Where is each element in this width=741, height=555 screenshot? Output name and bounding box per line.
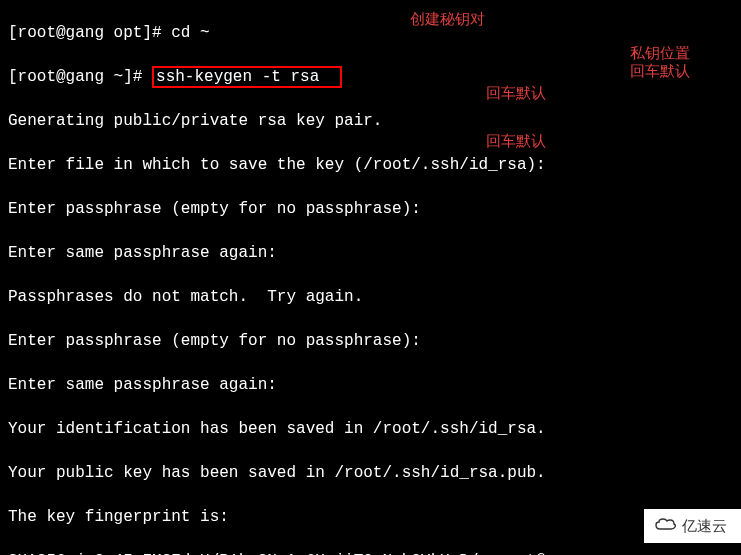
shell-prompt: [root@gang ~]# bbox=[8, 68, 152, 86]
annotation-create-keypair: 创建秘钥对 bbox=[410, 8, 485, 30]
terminal-line: Enter file in which to save the key (/ro… bbox=[8, 154, 733, 176]
terminal-line: Enter passphrase (empty for no passphras… bbox=[8, 198, 733, 220]
terminal-line: SHA256:jrGs4IsFMSEdmU/R1k+2NwAs6UgjiTQwN… bbox=[8, 550, 733, 555]
cloud-icon bbox=[654, 515, 676, 537]
terminal-line: The key fingerprint is: bbox=[8, 506, 733, 528]
terminal-line: [root@gang ~]# ssh-keygen -t rsa bbox=[8, 66, 733, 88]
terminal-line: Your identification has been saved in /r… bbox=[8, 418, 733, 440]
terminal-line: [root@gang opt]# cd ~ bbox=[8, 22, 733, 44]
annotation-enter-default: 回车默认 bbox=[486, 130, 546, 152]
terminal-line: Enter passphrase (empty for no passphras… bbox=[8, 330, 733, 352]
watermark-text: 亿速云 bbox=[682, 515, 727, 537]
terminal-output[interactable]: [root@gang opt]# cd ~ [root@gang ~]# ssh… bbox=[8, 0, 733, 555]
terminal-line: Your public key has been saved in /root/… bbox=[8, 462, 733, 484]
watermark-badge: 亿速云 bbox=[644, 509, 741, 543]
annotation-enter-default: 回车默认 bbox=[486, 82, 546, 104]
terminal-line: Generating public/private rsa key pair. bbox=[8, 110, 733, 132]
annotation-enter-default: 回车默认 bbox=[630, 60, 690, 82]
terminal-line: Enter same passphrase again: bbox=[8, 242, 733, 264]
highlighted-command: ssh-keygen -t rsa bbox=[152, 66, 342, 88]
terminal-line: Enter same passphrase again: bbox=[8, 374, 733, 396]
terminal-line: Passphrases do not match. Try again. bbox=[8, 286, 733, 308]
